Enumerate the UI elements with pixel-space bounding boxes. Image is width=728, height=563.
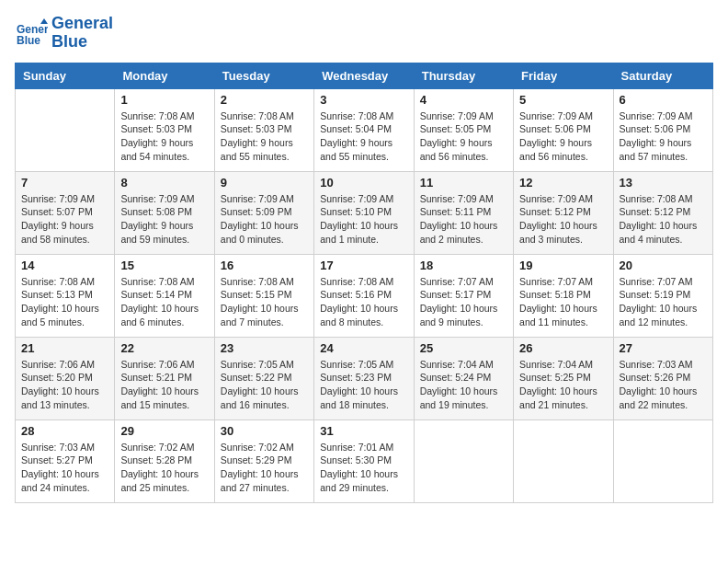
logo-text: GeneralBlue [51, 15, 113, 52]
day-number: 22 [120, 341, 208, 355]
day-number: 30 [221, 424, 308, 438]
calendar-cell [514, 419, 613, 502]
day-number: 16 [221, 259, 308, 272]
day-number: 14 [21, 259, 108, 272]
day-info: Sunrise: 7:09 AMSunset: 5:06 PMDaylight:… [519, 109, 607, 164]
calendar-cell: 20 Sunrise: 7:07 AMSunset: 5:19 PMDaylig… [613, 254, 712, 337]
calendar-cell: 1 Sunrise: 7:08 AMSunset: 5:03 PMDayligh… [115, 88, 214, 171]
calendar-cell: 27 Sunrise: 7:03 AMSunset: 5:26 PMDaylig… [613, 337, 712, 419]
day-info: Sunrise: 7:09 AMSunset: 5:07 PMDaylight:… [21, 192, 108, 247]
day-info: Sunrise: 7:05 AMSunset: 5:23 PMDaylight:… [320, 358, 407, 412]
calendar-cell: 17 Sunrise: 7:08 AMSunset: 5:16 PMDaylig… [314, 254, 414, 337]
day-info: Sunrise: 7:04 AMSunset: 5:24 PMDaylight:… [420, 358, 507, 412]
day-info: Sunrise: 7:08 AMSunset: 5:04 PMDaylight:… [320, 109, 407, 164]
column-header-thursday: Thursday [414, 63, 513, 88]
day-info: Sunrise: 7:02 AMSunset: 5:29 PMDaylight:… [221, 441, 308, 495]
column-header-tuesday: Tuesday [214, 63, 313, 88]
day-number: 6 [620, 93, 707, 107]
day-number: 3 [320, 93, 407, 107]
day-number: 25 [420, 341, 507, 355]
day-number: 24 [320, 341, 407, 355]
calendar-cell: 15 Sunrise: 7:08 AMSunset: 5:14 PMDaylig… [115, 254, 214, 337]
day-info: Sunrise: 7:07 AMSunset: 5:17 PMDaylight:… [420, 275, 507, 329]
day-number: 8 [120, 176, 208, 190]
day-info: Sunrise: 7:08 AMSunset: 5:15 PMDaylight:… [221, 275, 308, 329]
day-info: Sunrise: 7:03 AMSunset: 5:26 PMDaylight:… [620, 358, 707, 412]
day-info: Sunrise: 7:08 AMSunset: 5:03 PMDaylight:… [221, 109, 308, 164]
day-info: Sunrise: 7:07 AMSunset: 5:18 PMDaylight:… [519, 275, 607, 329]
calendar-cell: 28 Sunrise: 7:03 AMSunset: 5:27 PMDaylig… [16, 419, 115, 502]
column-header-wednesday: Wednesday [314, 63, 414, 88]
day-info: Sunrise: 7:07 AMSunset: 5:19 PMDaylight:… [620, 275, 707, 329]
calendar-cell: 23 Sunrise: 7:05 AMSunset: 5:22 PMDaylig… [214, 337, 313, 419]
calendar-cell: 5 Sunrise: 7:09 AMSunset: 5:06 PMDayligh… [514, 88, 613, 171]
calendar-cell: 9 Sunrise: 7:09 AMSunset: 5:09 PMDayligh… [214, 171, 313, 254]
day-number: 15 [120, 259, 208, 272]
day-number: 18 [420, 259, 507, 272]
day-number: 4 [420, 93, 507, 107]
day-number: 2 [221, 93, 308, 107]
calendar-cell: 29 Sunrise: 7:02 AMSunset: 5:28 PMDaylig… [115, 419, 214, 502]
day-number: 28 [21, 424, 108, 438]
week-row-4: 21 Sunrise: 7:06 AMSunset: 5:20 PMDaylig… [16, 337, 713, 419]
svg-text:Blue: Blue [17, 34, 40, 47]
day-number: 17 [320, 259, 407, 272]
day-info: Sunrise: 7:04 AMSunset: 5:25 PMDaylight:… [519, 358, 607, 412]
calendar-cell: 6 Sunrise: 7:09 AMSunset: 5:06 PMDayligh… [613, 88, 712, 171]
week-row-5: 28 Sunrise: 7:03 AMSunset: 5:27 PMDaylig… [16, 419, 713, 502]
calendar-cell: 16 Sunrise: 7:08 AMSunset: 5:15 PMDaylig… [214, 254, 313, 337]
day-info: Sunrise: 7:08 AMSunset: 5:13 PMDaylight:… [21, 275, 108, 329]
day-number: 7 [21, 176, 108, 190]
calendar-cell: 30 Sunrise: 7:02 AMSunset: 5:29 PMDaylig… [214, 419, 313, 502]
day-number: 13 [620, 176, 707, 190]
svg-marker-2 [40, 18, 48, 24]
day-info: Sunrise: 7:09 AMSunset: 5:05 PMDaylight:… [420, 109, 507, 164]
day-info: Sunrise: 7:09 AMSunset: 5:09 PMDaylight:… [221, 192, 308, 247]
page-header: General Blue GeneralBlue [15, 15, 713, 52]
day-number: 9 [221, 176, 308, 190]
logo-icon: General Blue [15, 17, 48, 50]
day-number: 20 [620, 259, 707, 272]
day-info: Sunrise: 7:08 AMSunset: 5:12 PMDaylight:… [620, 192, 707, 247]
calendar-cell [414, 419, 513, 502]
calendar-cell: 21 Sunrise: 7:06 AMSunset: 5:20 PMDaylig… [16, 337, 115, 419]
day-number: 29 [120, 424, 208, 438]
day-number: 31 [320, 424, 407, 438]
calendar-cell: 22 Sunrise: 7:06 AMSunset: 5:21 PMDaylig… [115, 337, 214, 419]
calendar-cell: 12 Sunrise: 7:09 AMSunset: 5:12 PMDaylig… [514, 171, 613, 254]
calendar-cell: 18 Sunrise: 7:07 AMSunset: 5:17 PMDaylig… [414, 254, 513, 337]
calendar-cell [16, 88, 115, 171]
calendar-cell: 2 Sunrise: 7:08 AMSunset: 5:03 PMDayligh… [214, 88, 313, 171]
day-number: 21 [21, 341, 108, 355]
calendar-cell: 4 Sunrise: 7:09 AMSunset: 5:05 PMDayligh… [414, 88, 513, 171]
day-info: Sunrise: 7:08 AMSunset: 5:03 PMDaylight:… [120, 109, 208, 164]
column-header-saturday: Saturday [613, 63, 712, 88]
day-number: 1 [120, 93, 208, 107]
day-info: Sunrise: 7:08 AMSunset: 5:16 PMDaylight:… [320, 275, 407, 329]
calendar-cell: 3 Sunrise: 7:08 AMSunset: 5:04 PMDayligh… [314, 88, 414, 171]
calendar-cell: 14 Sunrise: 7:08 AMSunset: 5:13 PMDaylig… [16, 254, 115, 337]
day-info: Sunrise: 7:09 AMSunset: 5:10 PMDaylight:… [320, 192, 407, 247]
day-info: Sunrise: 7:06 AMSunset: 5:21 PMDaylight:… [120, 358, 208, 412]
day-info: Sunrise: 7:09 AMSunset: 5:06 PMDaylight:… [620, 109, 707, 164]
day-info: Sunrise: 7:03 AMSunset: 5:27 PMDaylight:… [21, 441, 108, 495]
day-info: Sunrise: 7:06 AMSunset: 5:20 PMDaylight:… [21, 358, 108, 412]
day-number: 5 [519, 93, 607, 107]
week-row-3: 14 Sunrise: 7:08 AMSunset: 5:13 PMDaylig… [16, 254, 713, 337]
calendar-cell: 25 Sunrise: 7:04 AMSunset: 5:24 PMDaylig… [414, 337, 513, 419]
calendar-cell: 24 Sunrise: 7:05 AMSunset: 5:23 PMDaylig… [314, 337, 414, 419]
calendar-table: SundayMondayTuesdayWednesdayThursdayFrid… [15, 63, 713, 503]
week-row-1: 1 Sunrise: 7:08 AMSunset: 5:03 PMDayligh… [16, 88, 713, 171]
day-info: Sunrise: 7:02 AMSunset: 5:28 PMDaylight:… [120, 441, 208, 495]
calendar-cell: 19 Sunrise: 7:07 AMSunset: 5:18 PMDaylig… [514, 254, 613, 337]
day-number: 19 [519, 259, 607, 272]
column-header-monday: Monday [115, 63, 214, 88]
calendar-cell: 11 Sunrise: 7:09 AMSunset: 5:11 PMDaylig… [414, 171, 513, 254]
day-info: Sunrise: 7:09 AMSunset: 5:11 PMDaylight:… [420, 192, 507, 247]
calendar-cell: 26 Sunrise: 7:04 AMSunset: 5:25 PMDaylig… [514, 337, 613, 419]
day-number: 10 [320, 176, 407, 190]
day-number: 12 [519, 176, 607, 190]
day-info: Sunrise: 7:05 AMSunset: 5:22 PMDaylight:… [221, 358, 308, 412]
day-number: 27 [620, 341, 707, 355]
day-number: 26 [519, 341, 607, 355]
